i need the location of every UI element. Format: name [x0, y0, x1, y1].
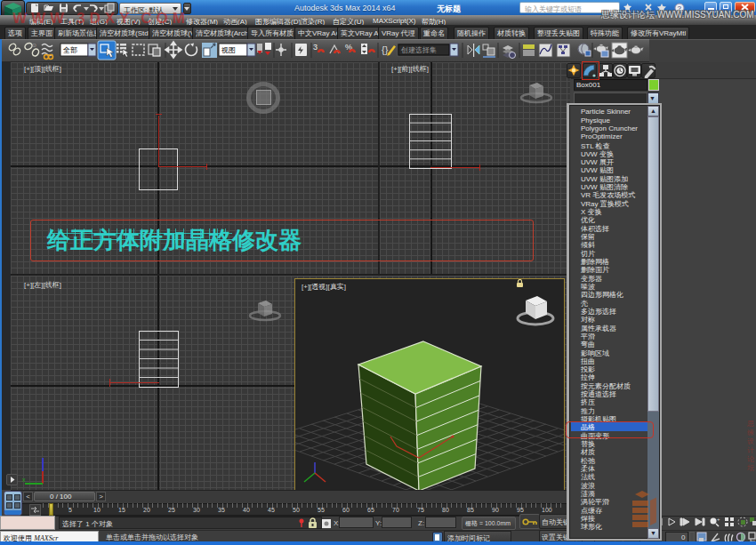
svg-text:x: x — [22, 477, 26, 483]
svg-text:{}: {} — [382, 44, 389, 55]
svg-text:⊙: ⊙ — [32, 43, 36, 48]
svg-text:创建选择集: 创建选择集 — [400, 46, 437, 54]
svg-text:视图: 视图 — [221, 46, 236, 54]
svg-text:全部: 全部 — [63, 46, 77, 54]
svg-text:3: 3 — [313, 43, 318, 52]
svg-text:+: + — [717, 517, 720, 522]
